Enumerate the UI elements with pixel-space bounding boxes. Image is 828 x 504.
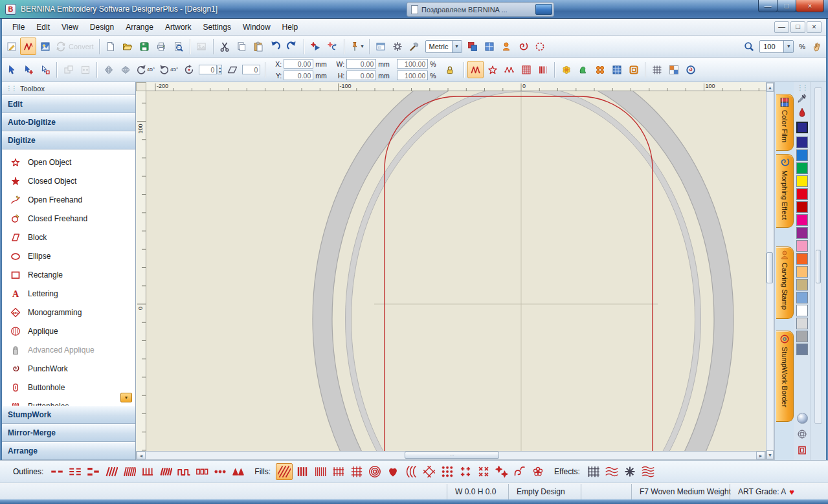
reshape-object-button[interactable]	[20, 61, 36, 78]
palette-color-12[interactable]	[796, 292, 808, 303]
scroll-down-button[interactable]: ▼	[766, 450, 774, 459]
toolbox-item-punchwork[interactable]: PunchWork	[2, 359, 135, 378]
zoom-button[interactable]	[741, 38, 757, 55]
transform-object-button[interactable]	[37, 61, 53, 78]
outline-dot-run-button[interactable]	[212, 463, 229, 480]
horizontal-scrollbar[interactable]: ◄ ⋯ ►	[136, 451, 766, 460]
show-grid-button[interactable]	[649, 61, 665, 78]
skew-angle-field[interactable]: 0	[242, 65, 260, 74]
mini-scroll-track[interactable]	[814, 87, 822, 424]
dropdown-arrow-icon[interactable]: ▾	[783, 41, 793, 52]
applique-tool-button[interactable]	[592, 61, 608, 78]
mirror-horizontal-button[interactable]	[100, 61, 117, 78]
artwork-canvas-button[interactable]	[37, 38, 53, 55]
palette-color-0[interactable]	[796, 137, 808, 148]
palette-color-13[interactable]	[796, 305, 808, 316]
fill-dot-fill-button[interactable]	[439, 463, 456, 480]
zoom-select[interactable]: 100▾	[759, 40, 794, 53]
outline-triple-button[interactable]	[67, 463, 84, 480]
apply-color-button[interactable]	[795, 105, 809, 120]
dropdown-arrow-icon[interactable]: ▾	[452, 41, 462, 52]
copy-button[interactable]	[234, 38, 250, 55]
gradient-fill-button[interactable]	[535, 61, 551, 78]
palette-color-1[interactable]	[796, 149, 808, 161]
design-canvas[interactable]	[146, 91, 766, 451]
toolbox-section-mirror-merge[interactable]: Mirror-Merge	[2, 424, 135, 442]
docker-tab-stumpwork-border[interactable]: StumpWork Border	[776, 331, 794, 422]
background-window-button[interactable]	[535, 4, 552, 15]
pan-button[interactable]	[809, 38, 825, 55]
toolbox-item-open-object[interactable]: Open Object	[2, 153, 135, 171]
x-field[interactable]: 0.00	[284, 59, 313, 69]
design-canvas-button[interactable]	[3, 38, 19, 55]
morphing-effect-button[interactable]	[575, 61, 591, 78]
outline-pattern-run-button[interactable]	[194, 463, 210, 480]
rotate-icon[interactable]	[181, 61, 197, 78]
fill-satin-fill-button[interactable]	[294, 463, 311, 480]
effect-wave-fill-button[interactable]	[640, 463, 656, 480]
fill-step-button[interactable]	[276, 463, 293, 480]
pattern-stitch-button[interactable]	[501, 61, 517, 78]
insert-artwork-button[interactable]	[194, 38, 210, 55]
palette-color-15[interactable]	[796, 331, 808, 342]
effect-wave-button[interactable]	[603, 463, 620, 480]
palette-color-3[interactable]	[796, 175, 808, 187]
outline-stitch-button[interactable]	[467, 61, 484, 78]
menu-view[interactable]: View	[56, 20, 84, 34]
fill-pattern-b-button[interactable]	[511, 463, 528, 480]
fill-mesh-button[interactable]	[421, 463, 438, 480]
palette-color-2[interactable]	[796, 162, 808, 174]
toolbox-item-closed-freehand[interactable]: Closed Freehand	[2, 209, 135, 228]
minimize-button[interactable]: —	[758, 0, 778, 12]
palette-color-8[interactable]	[796, 240, 808, 252]
fill-contour-button[interactable]	[403, 463, 420, 480]
rotate-cw-45-button[interactable]: 45°	[157, 61, 180, 78]
proportional-scaling-lock-button[interactable]	[442, 61, 458, 78]
toolbox-item-closed-object[interactable]: Closed Object	[2, 171, 135, 190]
palette-color-6[interactable]	[796, 214, 808, 226]
palette-color-5[interactable]	[796, 201, 808, 213]
menu-help[interactable]: Help	[276, 20, 304, 34]
title-bar[interactable]: B BERNINA Embroidery Software DesignerPl…	[0, 0, 828, 19]
slow-redraw-button[interactable]	[324, 38, 341, 55]
scale-y-field[interactable]: 100.00	[397, 71, 428, 80]
vertical-scrollbar[interactable]: ▲ ▼	[766, 82, 774, 460]
palette-color-14[interactable]	[796, 318, 808, 329]
new-design-button[interactable]	[103, 38, 119, 55]
spinner-icon[interactable]: ▴▾	[218, 65, 222, 74]
color-picker-dropper-button[interactable]	[795, 91, 809, 105]
mdi-close-button[interactable]: ×	[807, 21, 822, 33]
toolbox-item-lettering[interactable]: ALettering	[2, 284, 135, 303]
vscroll-thumb[interactable]	[766, 252, 773, 283]
hscroll-thumb[interactable]: ⋯	[405, 452, 499, 459]
effect-texture-button[interactable]	[585, 463, 602, 480]
overview-window-button[interactable]	[373, 38, 389, 55]
mirror-vertical-button[interactable]	[117, 61, 133, 78]
toolbox-item-applique[interactable]: Applique	[2, 322, 135, 340]
pin-dropdown-button[interactable]: ▾	[348, 38, 366, 55]
mdi-minimize-button[interactable]: —	[774, 21, 789, 33]
paste-button[interactable]	[251, 38, 267, 55]
design-tools-button[interactable]	[407, 38, 423, 55]
fill-ripple-button[interactable]	[366, 463, 383, 480]
menu-settings[interactable]: Settings	[197, 20, 237, 34]
h-field[interactable]: 0.00	[346, 71, 376, 80]
toolbox-section-arrange[interactable]: Arrange	[2, 442, 135, 460]
background-window-tab[interactable]: Поздравляем BERNINA ...	[407, 2, 554, 17]
fill-flower-button[interactable]	[530, 463, 546, 480]
toolbox-item-open-freehand[interactable]: Open Freehand	[2, 190, 135, 209]
show-hoop-button[interactable]	[682, 61, 699, 78]
toolbox-item-buttonhole[interactable]: Buttonhole	[2, 378, 135, 397]
toolbox-item-advanced-applique[interactable]: Advanced Applique	[2, 340, 135, 359]
outline-square-wave-button[interactable]	[175, 463, 192, 480]
maximize-button[interactable]: □	[777, 0, 796, 12]
undo-button[interactable]	[267, 38, 284, 55]
outline-stem-button[interactable]	[157, 463, 174, 480]
toolbox-item-buttonholes[interactable]: Buttonholes	[2, 397, 135, 406]
outline-raised-satin-button[interactable]	[121, 463, 138, 480]
toolbox-item-monogramming[interactable]: ABCMonogramming	[2, 303, 135, 322]
outline-triangle-run-button[interactable]	[230, 463, 247, 480]
star-stitch-button[interactable]	[484, 61, 500, 78]
toolbox-header[interactable]: ⋮⋮ Toolbox	[2, 82, 135, 95]
toolbox-item-rectangle[interactable]: Rectangle	[2, 265, 135, 284]
